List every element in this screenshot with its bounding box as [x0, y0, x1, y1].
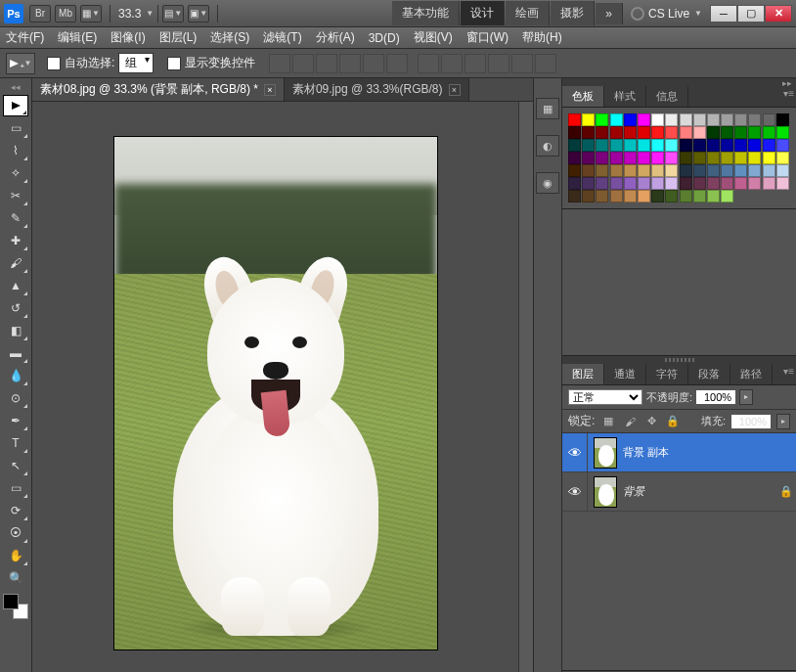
- lock-all-icon[interactable]: 🔒: [665, 414, 681, 429]
- swatch[interactable]: [651, 177, 664, 190]
- workspace-photography[interactable]: 摄影: [551, 1, 595, 25]
- swatch[interactable]: [665, 113, 678, 126]
- zoom-dd-icon[interactable]: ▼: [146, 9, 154, 18]
- swatch[interactable]: [624, 177, 637, 190]
- swatch[interactable]: [721, 113, 733, 126]
- document-tab-2[interactable]: 素材09.jpg @ 33.3%(RGB/8)×: [285, 78, 469, 101]
- swatch[interactable]: [734, 139, 747, 152]
- path-tool[interactable]: ↖: [3, 455, 28, 476]
- tab-paths[interactable]: 路径: [730, 364, 773, 384]
- color-swatches[interactable]: [3, 594, 28, 619]
- swatch[interactable]: [721, 152, 733, 164]
- swatch[interactable]: [651, 139, 664, 152]
- maximize-button[interactable]: ▢: [737, 5, 765, 22]
- bridge-icon[interactable]: Br: [29, 5, 51, 22]
- workspace-more[interactable]: »: [596, 3, 623, 24]
- menu-select[interactable]: 选择(S): [210, 29, 249, 46]
- swatch[interactable]: [707, 139, 720, 152]
- eyedropper-tool[interactable]: ✎: [3, 207, 28, 229]
- swatch[interactable]: [707, 177, 720, 190]
- visibility-toggle[interactable]: 👁: [562, 433, 588, 471]
- swatch[interactable]: [693, 126, 706, 139]
- layer-row[interactable]: 👁 背景 副本: [562, 433, 796, 472]
- swatch[interactable]: [748, 126, 761, 139]
- swatch[interactable]: [680, 152, 692, 164]
- menu-file[interactable]: 文件(F): [6, 29, 44, 46]
- swatch[interactable]: [638, 139, 650, 152]
- blur-tool[interactable]: 💧: [3, 365, 28, 386]
- close-button[interactable]: ✕: [765, 5, 792, 22]
- swatch[interactable]: [568, 126, 581, 139]
- align-top-icon[interactable]: [269, 54, 290, 73]
- swatch[interactable]: [582, 113, 595, 126]
- swatch[interactable]: [680, 113, 692, 126]
- swatch[interactable]: [638, 113, 650, 126]
- swatch[interactable]: [596, 152, 608, 164]
- swatch[interactable]: [665, 152, 678, 164]
- vertical-scrollbar[interactable]: [518, 102, 533, 672]
- swatch[interactable]: [638, 164, 650, 177]
- 3d-camera-tool[interactable]: ⦿: [3, 522, 28, 544]
- swatch[interactable]: [610, 177, 623, 190]
- dist-left-icon[interactable]: [488, 54, 509, 73]
- swatch[interactable]: [582, 164, 595, 177]
- opacity-input[interactable]: 100%: [696, 390, 735, 404]
- swatch[interactable]: [693, 177, 706, 190]
- crop-tool[interactable]: ✂: [3, 185, 28, 206]
- tab-channels[interactable]: 通道: [604, 364, 646, 384]
- swatch[interactable]: [776, 126, 789, 139]
- panel-collapse-icon[interactable]: ▸▸: [562, 78, 796, 86]
- dodge-tool[interactable]: ⊙: [3, 387, 28, 409]
- swatch[interactable]: [596, 126, 608, 139]
- document-tab-1[interactable]: 素材08.jpg @ 33.3% (背景 副本, RGB/8) *×: [32, 78, 285, 101]
- swatch[interactable]: [596, 164, 608, 177]
- swatch[interactable]: [763, 139, 775, 152]
- swatch[interactable]: [680, 177, 692, 190]
- swatch[interactable]: [734, 152, 747, 164]
- extras-icon[interactable]: ▣▼: [188, 5, 209, 22]
- swatch[interactable]: [721, 126, 733, 139]
- swatch[interactable]: [748, 139, 761, 152]
- swatch[interactable]: [776, 177, 789, 190]
- swatch[interactable]: [651, 126, 664, 139]
- tab-info[interactable]: 信息: [646, 86, 688, 107]
- eraser-tool[interactable]: ◧: [3, 320, 28, 341]
- close-tab-icon[interactable]: ×: [449, 84, 461, 96]
- swatch[interactable]: [610, 113, 623, 126]
- swatch[interactable]: [596, 139, 608, 152]
- lock-transparency-icon[interactable]: ▦: [600, 414, 616, 429]
- wand-tool[interactable]: ✧: [3, 162, 28, 184]
- swatch[interactable]: [638, 126, 650, 139]
- align-right-icon[interactable]: [386, 54, 408, 73]
- zoom-tool[interactable]: 🔍: [3, 567, 28, 589]
- panel-resize-grip[interactable]: [562, 356, 796, 364]
- swatch[interactable]: [610, 126, 623, 139]
- blend-mode-select[interactable]: 正常: [568, 389, 642, 405]
- swatch[interactable]: [721, 164, 733, 177]
- menu-analysis[interactable]: 分析(A): [316, 29, 355, 46]
- swatch[interactable]: [582, 152, 595, 164]
- swatch[interactable]: [638, 190, 650, 202]
- menu-layer[interactable]: 图层(L): [159, 29, 198, 46]
- swatch[interactable]: [707, 164, 720, 177]
- swatch[interactable]: [638, 152, 650, 164]
- swatch[interactable]: [776, 164, 789, 177]
- minibridge-icon[interactable]: Mb: [55, 5, 76, 22]
- arrange-icon[interactable]: ▤▼: [162, 5, 184, 22]
- swatch[interactable]: [624, 113, 637, 126]
- menu-view[interactable]: 视图(V): [414, 29, 453, 46]
- fill-input[interactable]: 100%: [731, 415, 771, 428]
- dist-vcenter-icon[interactable]: [441, 54, 463, 73]
- align-left-icon[interactable]: [339, 54, 361, 73]
- dist-right-icon[interactable]: [535, 54, 556, 73]
- swatch[interactable]: [763, 113, 775, 126]
- swatch[interactable]: [582, 190, 595, 202]
- toolbox-collapse-icon[interactable]: ◂◂: [3, 82, 28, 92]
- swatch[interactable]: [748, 177, 761, 190]
- swatches-grid[interactable]: [562, 108, 796, 209]
- fill-slider-icon[interactable]: ▸: [776, 414, 790, 429]
- swatch[interactable]: [721, 190, 733, 202]
- current-tool-indicator[interactable]: ▼: [6, 53, 35, 74]
- swatch[interactable]: [651, 190, 664, 202]
- swatch[interactable]: [624, 139, 637, 152]
